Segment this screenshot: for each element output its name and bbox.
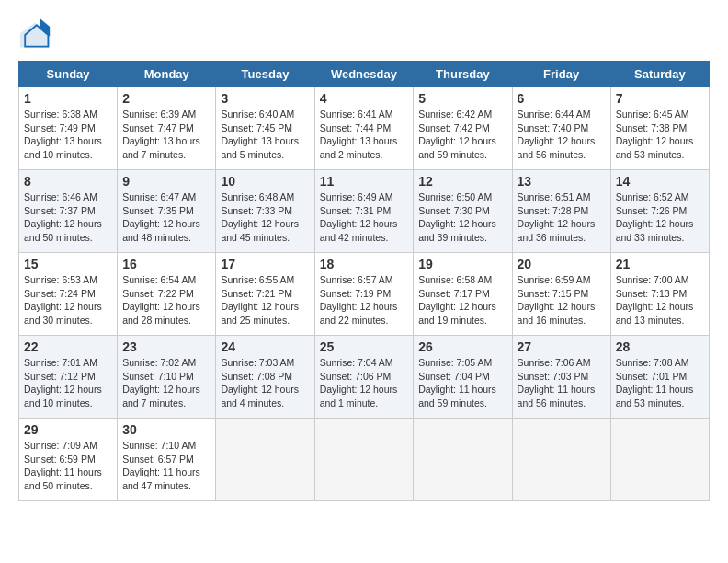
day-number: 6 [518,91,606,106]
calendar-cell: 22 Sunrise: 7:01 AMSunset: 7:12 PMDaylig… [19,336,118,419]
cell-content: Sunrise: 6:44 AMSunset: 7:40 PMDaylight:… [518,108,606,162]
cell-content: Sunrise: 7:01 AMSunset: 7:12 PMDaylight:… [24,356,112,410]
day-number: 25 [320,339,409,354]
calendar-cell: 27 Sunrise: 7:06 AMSunset: 7:03 PMDaylig… [512,336,610,419]
cell-content: Sunrise: 6:57 AMSunset: 7:19 PMDaylight:… [320,273,409,327]
calendar-cell [610,419,709,501]
day-number: 17 [221,257,309,271]
calendar-week-1: 1 Sunrise: 6:38 AMSunset: 7:49 PMDayligh… [19,87,710,170]
calendar-cell: 11 Sunrise: 6:49 AMSunset: 7:31 PMDaylig… [314,170,414,253]
cell-content: Sunrise: 6:41 AMSunset: 7:44 PMDaylight:… [320,108,409,162]
calendar-cell: 25 Sunrise: 7:04 AMSunset: 7:06 PMDaylig… [314,336,414,419]
day-number: 24 [221,339,309,354]
calendar-body: 1 Sunrise: 6:38 AMSunset: 7:49 PMDayligh… [19,87,710,501]
cell-content: Sunrise: 6:48 AMSunset: 7:33 PMDaylight:… [221,190,309,245]
cell-content: Sunrise: 7:00 AMSunset: 7:13 PMDaylight:… [616,273,704,327]
cell-content: Sunrise: 7:04 AMSunset: 7:06 PMDaylight:… [320,356,409,410]
cell-content: Sunrise: 7:05 AMSunset: 7:04 PMDaylight:… [418,356,506,410]
calendar-header-row: SundayMondayTuesdayWednesdayThursdayFrid… [19,62,710,87]
cell-content: Sunrise: 7:08 AMSunset: 7:01 PMDaylight:… [616,356,704,410]
calendar-cell: 12 Sunrise: 6:50 AMSunset: 7:30 PMDaylig… [414,170,512,253]
cell-content: Sunrise: 6:53 AMSunset: 7:24 PMDaylight:… [24,273,112,327]
calendar-table: SundayMondayTuesdayWednesdayThursdayFrid… [18,61,710,501]
day-number: 19 [418,257,506,271]
calendar-cell: 24 Sunrise: 7:03 AMSunset: 7:08 PMDaylig… [216,336,314,419]
day-header-tuesday: Tuesday [216,62,314,87]
day-number: 5 [418,91,506,106]
day-number: 28 [616,339,704,354]
day-number: 9 [122,174,210,189]
cell-content: Sunrise: 6:40 AMSunset: 7:45 PMDaylight:… [221,108,309,162]
calendar-cell: 4 Sunrise: 6:41 AMSunset: 7:44 PMDayligh… [314,87,414,170]
cell-content: Sunrise: 6:38 AMSunset: 7:49 PMDaylight:… [24,108,112,162]
day-number: 21 [616,257,704,271]
cell-content: Sunrise: 6:45 AMSunset: 7:38 PMDaylight:… [616,108,704,162]
cell-content: Sunrise: 6:58 AMSunset: 7:17 PMDaylight:… [418,273,506,327]
day-number: 29 [24,422,112,437]
calendar-cell: 14 Sunrise: 6:52 AMSunset: 7:26 PMDaylig… [610,170,709,253]
cell-content: Sunrise: 6:55 AMSunset: 7:21 PMDaylight:… [221,273,309,327]
day-number: 22 [24,339,112,354]
calendar-cell: 10 Sunrise: 6:48 AMSunset: 7:33 PMDaylig… [216,170,314,253]
day-header-wednesday: Wednesday [314,62,414,87]
cell-content: Sunrise: 7:03 AMSunset: 7:08 PMDaylight:… [221,356,309,410]
calendar-cell: 9 Sunrise: 6:47 AMSunset: 7:35 PMDayligh… [118,170,216,253]
day-number: 3 [221,91,309,106]
cell-content: Sunrise: 6:51 AMSunset: 7:28 PMDaylight:… [518,190,606,245]
cell-content: Sunrise: 7:09 AMSunset: 6:59 PMDaylight:… [24,439,112,493]
calendar-cell: 26 Sunrise: 7:05 AMSunset: 7:04 PMDaylig… [414,336,512,419]
page-header [18,18,710,52]
calendar-cell: 18 Sunrise: 6:57 AMSunset: 7:19 PMDaylig… [314,253,414,336]
cell-content: Sunrise: 6:52 AMSunset: 7:26 PMDaylight:… [616,190,704,245]
day-number: 4 [320,91,409,106]
cell-content: Sunrise: 6:49 AMSunset: 7:31 PMDaylight:… [320,190,409,245]
day-header-monday: Monday [118,62,216,87]
calendar-cell [314,419,414,501]
cell-content: Sunrise: 7:06 AMSunset: 7:03 PMDaylight:… [518,356,606,410]
day-number: 15 [24,257,112,271]
logo-icon [18,18,51,52]
calendar-cell [512,419,610,501]
calendar-cell: 17 Sunrise: 6:55 AMSunset: 7:21 PMDaylig… [216,253,314,336]
calendar-cell: 6 Sunrise: 6:44 AMSunset: 7:40 PMDayligh… [512,87,610,170]
day-number: 11 [320,174,409,189]
day-number: 7 [616,91,704,106]
calendar-cell: 30 Sunrise: 7:10 AMSunset: 6:57 PMDaylig… [118,419,216,501]
day-number: 2 [122,91,210,106]
cell-content: Sunrise: 6:47 AMSunset: 7:35 PMDaylight:… [122,190,210,245]
day-number: 14 [616,174,704,189]
calendar-cell: 20 Sunrise: 6:59 AMSunset: 7:15 PMDaylig… [512,253,610,336]
calendar-cell [414,419,512,501]
calendar-cell: 13 Sunrise: 6:51 AMSunset: 7:28 PMDaylig… [512,170,610,253]
calendar-cell: 23 Sunrise: 7:02 AMSunset: 7:10 PMDaylig… [118,336,216,419]
calendar-cell: 2 Sunrise: 6:39 AMSunset: 7:47 PMDayligh… [118,87,216,170]
day-number: 18 [320,257,409,271]
calendar-cell: 21 Sunrise: 7:00 AMSunset: 7:13 PMDaylig… [610,253,709,336]
cell-content: Sunrise: 7:10 AMSunset: 6:57 PMDaylight:… [122,439,210,493]
cell-content: Sunrise: 6:50 AMSunset: 7:30 PMDaylight:… [418,190,506,245]
calendar-week-2: 8 Sunrise: 6:46 AMSunset: 7:37 PMDayligh… [19,170,710,253]
calendar-week-5: 29 Sunrise: 7:09 AMSunset: 6:59 PMDaylig… [19,419,710,501]
day-number: 30 [122,422,210,437]
cell-content: Sunrise: 6:54 AMSunset: 7:22 PMDaylight:… [122,273,210,327]
day-header-sunday: Sunday [19,62,118,87]
day-number: 8 [24,174,112,189]
cell-content: Sunrise: 7:02 AMSunset: 7:10 PMDaylight:… [122,356,210,410]
day-number: 16 [122,257,210,271]
day-number: 1 [24,91,112,106]
calendar-cell: 3 Sunrise: 6:40 AMSunset: 7:45 PMDayligh… [216,87,314,170]
calendar-cell: 29 Sunrise: 7:09 AMSunset: 6:59 PMDaylig… [19,419,118,501]
day-number: 23 [122,339,210,354]
day-number: 20 [518,257,606,271]
calendar-cell: 28 Sunrise: 7:08 AMSunset: 7:01 PMDaylig… [610,336,709,419]
day-number: 26 [418,339,506,354]
calendar-cell: 15 Sunrise: 6:53 AMSunset: 7:24 PMDaylig… [19,253,118,336]
calendar-week-3: 15 Sunrise: 6:53 AMSunset: 7:24 PMDaylig… [19,253,710,336]
cell-content: Sunrise: 6:59 AMSunset: 7:15 PMDaylight:… [518,273,606,327]
day-header-friday: Friday [512,62,610,87]
calendar-cell: 8 Sunrise: 6:46 AMSunset: 7:37 PMDayligh… [19,170,118,253]
logo [18,18,57,52]
day-header-thursday: Thursday [414,62,512,87]
calendar-week-4: 22 Sunrise: 7:01 AMSunset: 7:12 PMDaylig… [19,336,710,419]
calendar-cell: 5 Sunrise: 6:42 AMSunset: 7:42 PMDayligh… [414,87,512,170]
